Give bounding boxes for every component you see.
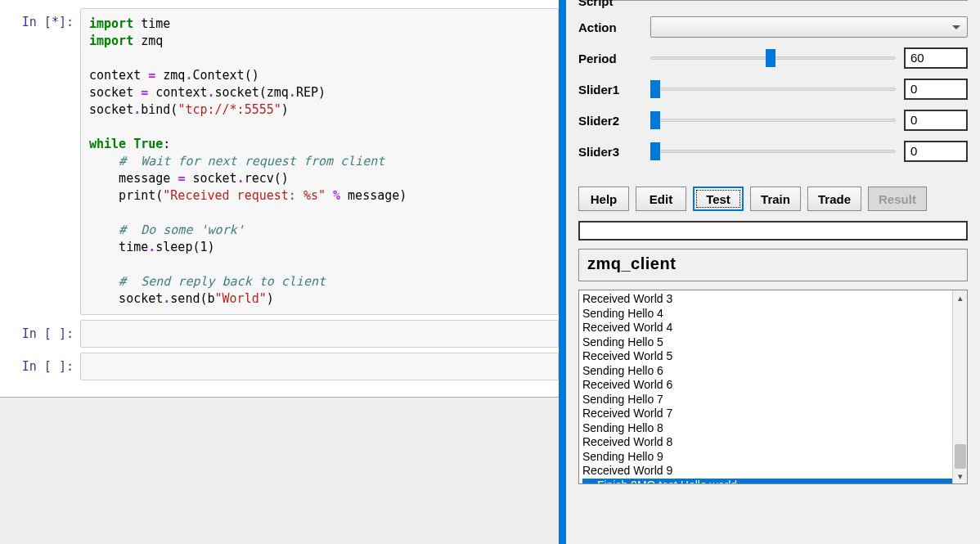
slider3[interactable] bbox=[650, 143, 896, 160]
action-label: Action bbox=[578, 20, 642, 34]
log-line[interactable]: Sending Hello 4 bbox=[582, 307, 964, 321]
code-editor-empty[interactable] bbox=[80, 353, 559, 380]
script-title: zmq_client bbox=[578, 249, 968, 281]
script-label: Script bbox=[578, 0, 642, 8]
slider2[interactable] bbox=[650, 112, 896, 128]
edit-button[interactable]: Edit bbox=[636, 187, 686, 211]
slider1-value[interactable]: 0 bbox=[904, 79, 968, 100]
code-cell-empty-1: In [ ]: bbox=[0, 320, 559, 348]
scroll-up-icon[interactable]: ▴ bbox=[953, 290, 968, 305]
code-editor[interactable]: import time import zmq context = zmq.Con… bbox=[80, 8, 559, 315]
help-button[interactable]: Help bbox=[578, 187, 629, 211]
action-dropdown[interactable] bbox=[650, 16, 968, 38]
log-line[interactable]: Sending Hello 5 bbox=[582, 335, 964, 350]
button-row: Help Edit Test Train Trade Result bbox=[566, 175, 980, 219]
cell-prompt-running: In [*]: bbox=[0, 8, 80, 315]
log-line[interactable]: Sending Hello 8 bbox=[582, 421, 964, 436]
slider2-label: Slider2 bbox=[578, 114, 642, 128]
test-button[interactable]: Test bbox=[693, 187, 744, 211]
trade-button[interactable]: Trade bbox=[807, 187, 861, 211]
code-editor-empty[interactable] bbox=[80, 320, 559, 348]
log-line[interactable]: Received World 9 bbox=[582, 464, 964, 479]
code-cell-empty-2: In [ ]: bbox=[0, 353, 559, 380]
log-line[interactable]: Sending Hello 9 bbox=[582, 450, 964, 465]
slider3-label: Slider3 bbox=[578, 145, 642, 159]
scroll-down-icon[interactable]: ▾ bbox=[953, 469, 968, 483]
slider2-value[interactable]: 0 bbox=[904, 110, 968, 131]
scrollbar-thumb[interactable] bbox=[955, 444, 966, 469]
command-input[interactable] bbox=[578, 221, 968, 241]
slider1-label: Slider1 bbox=[578, 83, 642, 97]
cell-prompt-idle: In [ ]: bbox=[0, 320, 80, 348]
log-line[interactable]: Received World 7 bbox=[582, 407, 964, 421]
log-output[interactable]: Received World 3Sending Hello 4Received … bbox=[578, 290, 968, 484]
result-button[interactable]: Result bbox=[868, 187, 927, 211]
log-line[interactable]: Received World 5 bbox=[582, 349, 964, 364]
slider1[interactable] bbox=[650, 81, 896, 97]
slider3-value[interactable]: 0 bbox=[904, 141, 968, 162]
log-line[interactable]: Received World 3 bbox=[582, 292, 964, 307]
log-line[interactable]: Sending Hello 6 bbox=[582, 364, 964, 379]
log-scrollbar[interactable]: ▴ ▾ bbox=[952, 290, 967, 483]
zorro-panel: Script Action Period 60 Slider1 0 Slider… bbox=[559, 0, 980, 544]
log-line[interactable]: Received World 6 bbox=[582, 378, 964, 393]
log-line[interactable]: --- Finish 0MQ test Hello world bbox=[582, 479, 964, 485]
log-line[interactable]: Received World 4 bbox=[582, 321, 964, 335]
train-button[interactable]: Train bbox=[750, 187, 801, 211]
notebook-footer bbox=[0, 397, 559, 544]
period-slider[interactable] bbox=[650, 50, 896, 66]
log-line[interactable]: Sending Hello 7 bbox=[582, 393, 964, 407]
code-cell-running: In [*]: import time import zmq context =… bbox=[0, 8, 559, 315]
jupyter-notebook: In [*]: import time import zmq context =… bbox=[0, 0, 559, 544]
log-line[interactable]: Received World 8 bbox=[582, 435, 964, 450]
period-label: Period bbox=[578, 52, 642, 65]
cell-prompt-idle: In [ ]: bbox=[0, 353, 80, 380]
period-value[interactable]: 60 bbox=[904, 47, 968, 69]
